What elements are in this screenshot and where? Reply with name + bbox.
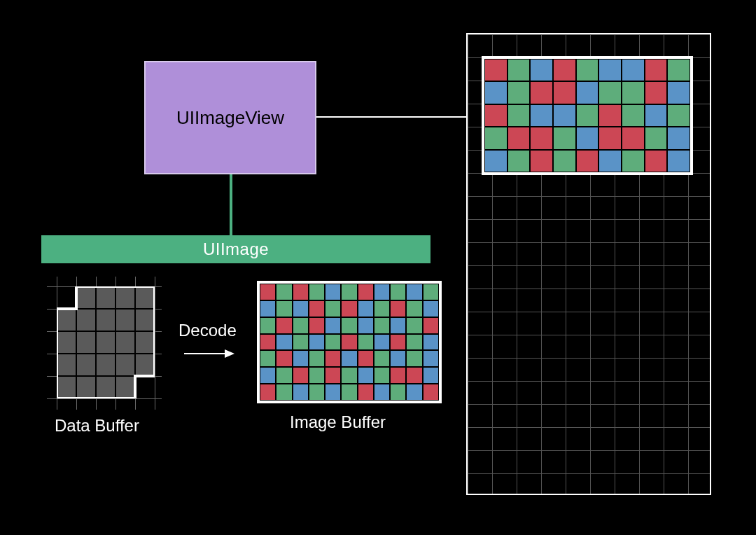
frame-buffer-image-preview	[482, 56, 693, 175]
data-buffer-label: Data Buffer	[55, 416, 139, 436]
image-buffer-label: Image Buffer	[290, 412, 386, 432]
uiimageview-box: UIImageView	[144, 61, 316, 174]
decode-arrow-icon	[184, 353, 233, 354]
uiimage-label: UIImage	[203, 239, 269, 259]
data-buffer-cells	[57, 286, 155, 398]
connector-uiimageview-to-framebuffer	[316, 116, 483, 118]
uiimage-bar: UIImage	[41, 235, 430, 263]
connector-uiimageview-to-uiimage	[230, 174, 232, 235]
uiimageview-label: UIImageView	[176, 107, 284, 129]
decode-label: Decode	[178, 321, 237, 340]
data-buffer-visual	[47, 277, 162, 410]
image-buffer-visual	[257, 281, 442, 403]
diagram-canvas: UIImageView UIImage Decode Da	[0, 0, 756, 535]
